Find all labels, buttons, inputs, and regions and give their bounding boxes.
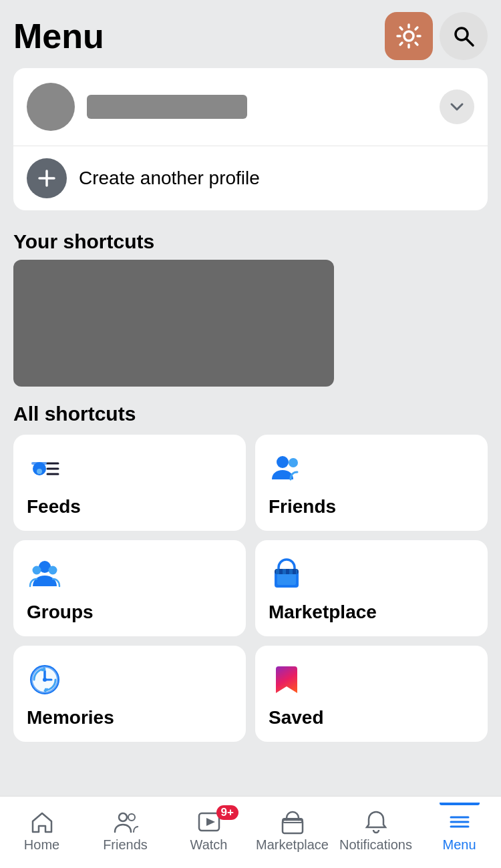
user-name-placeholder	[87, 95, 247, 119]
nav-home-label: Home	[24, 837, 59, 853]
saved-icon	[269, 662, 305, 698]
nav-notifications-label: Notifications	[339, 837, 412, 853]
nav-friends-label: Friends	[103, 837, 148, 853]
nav-watch[interactable]: 9+ Watch	[167, 803, 251, 853]
nav-watch-label: Watch	[190, 837, 228, 853]
svg-rect-21	[283, 569, 286, 574]
friends-label: Friends	[269, 496, 474, 517]
shortcut-friends[interactable]: Friends	[255, 435, 488, 531]
svg-point-11	[37, 469, 42, 474]
notifications-icon	[363, 809, 389, 835]
profile-row[interactable]	[13, 68, 488, 146]
menu-icon	[447, 809, 472, 835]
nav-notifications[interactable]: Notifications	[334, 803, 418, 853]
svg-rect-22	[289, 569, 293, 574]
chevron-down-icon	[448, 97, 466, 116]
marketplace-label: Marketplace	[269, 602, 474, 623]
shortcuts-title: Your shortcuts	[0, 222, 501, 260]
nav-marketplace[interactable]: Marketplace	[251, 803, 334, 853]
svg-point-13	[289, 458, 298, 467]
nav-menu-label: Menu	[442, 837, 476, 853]
settings-button[interactable]	[385, 12, 433, 60]
memories-icon	[27, 662, 63, 698]
friends-icon	[269, 451, 305, 487]
feeds-icon	[27, 451, 63, 487]
search-icon	[452, 24, 476, 48]
svg-rect-20	[276, 569, 279, 574]
shortcut-feeds[interactable]: Feeds	[13, 435, 246, 531]
saved-label: Saved	[269, 707, 474, 728]
svg-rect-23	[296, 569, 297, 574]
feeds-label: Feeds	[27, 496, 232, 517]
svg-point-29	[119, 813, 127, 821]
profile-card: Create another profile	[13, 68, 488, 210]
shortcut-groups[interactable]: Groups	[13, 540, 246, 636]
page-title: Menu	[13, 16, 104, 56]
nav-menu[interactable]: Menu	[418, 803, 501, 853]
svg-point-16	[49, 566, 57, 575]
header: Menu	[0, 0, 501, 68]
create-profile-row[interactable]: Create another profile	[13, 146, 488, 210]
gear-icon	[396, 23, 422, 49]
nav-friends[interactable]: Friends	[84, 803, 167, 853]
profile-chevron-button[interactable]	[440, 89, 474, 124]
svg-point-12	[277, 456, 289, 468]
svg-line-2	[466, 39, 473, 45]
header-icons	[385, 12, 488, 60]
plus-icon	[35, 167, 58, 190]
home-icon	[29, 809, 55, 835]
svg-point-15	[33, 566, 41, 575]
svg-marker-32	[206, 818, 215, 826]
shortcuts-grid: Feeds Friends Groups	[0, 435, 501, 742]
nav-home[interactable]: Home	[0, 803, 84, 853]
shortcut-memories[interactable]: Memories	[13, 646, 246, 742]
marketplace-nav-icon	[280, 809, 305, 835]
shortcut-saved[interactable]: Saved	[255, 646, 488, 742]
bottom-nav: Home Friends 9+ Watch Marketplace	[0, 796, 501, 868]
svg-rect-18	[277, 573, 296, 585]
marketplace-icon	[269, 556, 305, 592]
watch-badge: 9+	[216, 805, 238, 820]
groups-label: Groups	[27, 602, 232, 623]
avatar	[27, 83, 75, 131]
all-shortcuts-title: All shortcuts	[0, 397, 501, 435]
create-profile-label: Create another profile	[79, 168, 260, 189]
svg-point-0	[404, 31, 413, 41]
search-button[interactable]	[440, 12, 488, 60]
svg-point-30	[128, 814, 135, 821]
memories-label: Memories	[27, 707, 232, 728]
groups-icon	[27, 556, 63, 592]
add-profile-icon	[27, 158, 67, 198]
friends-nav-icon	[113, 809, 138, 835]
shortcut-marketplace[interactable]: Marketplace	[255, 540, 488, 636]
shortcuts-image	[13, 260, 334, 387]
nav-marketplace-label: Marketplace	[256, 837, 329, 853]
